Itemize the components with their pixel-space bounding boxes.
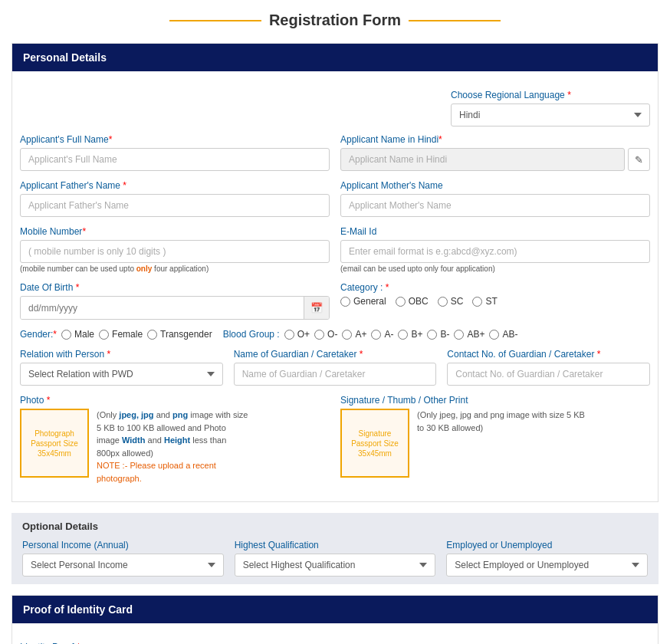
- blood-ab-neg[interactable]: AB-: [489, 329, 517, 340]
- dob-label: Date Of Birth *: [20, 282, 330, 293]
- mobile-label: Mobile Number*: [20, 226, 330, 237]
- gender-male[interactable]: Male: [61, 329, 94, 340]
- signature-label: Signature / Thumb / Other Print: [340, 395, 650, 406]
- blood-b-pos[interactable]: B+: [398, 329, 422, 340]
- category-obc[interactable]: OBC: [396, 296, 429, 307]
- category-general-radio[interactable]: [340, 297, 350, 307]
- blood-group-label: Blood Group :: [223, 329, 280, 340]
- mother-name-col: Applicant Mother's Name: [340, 180, 650, 217]
- gender-transgender-radio[interactable]: [147, 330, 157, 340]
- father-name-label: Applicant Father's Name *: [20, 180, 330, 191]
- name-hindi-col: Applicant Name in Hindi* ✎: [340, 134, 650, 171]
- employed-col: Employed or Unemployed Select Employed o…: [446, 540, 648, 577]
- personal-details-header: Personal Details: [12, 44, 658, 71]
- name-row: Applicant's Full Name* Applicant Name in…: [20, 134, 650, 171]
- mobile-col: Mobile Number* (mobile number can be use…: [20, 226, 330, 273]
- category-col: Category : * General OBC S: [340, 282, 650, 320]
- qualification-col: Highest Qualification Select Highest Qua…: [235, 540, 436, 577]
- full-name-col: Applicant's Full Name*: [20, 134, 330, 171]
- relation-select[interactable]: Select Relation with PWD Self Parent Gua…: [20, 363, 223, 386]
- email-col: E-Mail Id (email can be used upto only f…: [340, 226, 650, 273]
- guardian-name-input[interactable]: [234, 363, 437, 386]
- gender-transgender[interactable]: Transgender: [147, 329, 212, 340]
- regional-language-col: Choose Regional Language * Hindi English…: [451, 90, 650, 127]
- category-sc[interactable]: SC: [438, 296, 464, 307]
- signature-box[interactable]: Signature Passport Size 35x45mm: [340, 409, 409, 478]
- photo-section: Photo * Photograph Passport Size 35x45mm…: [20, 395, 330, 485]
- category-st-radio[interactable]: [472, 297, 482, 307]
- regional-language-row: Choose Regional Language * Hindi English…: [20, 90, 650, 127]
- blood-o-pos[interactable]: O+: [284, 329, 310, 340]
- category-sc-radio[interactable]: [438, 297, 448, 307]
- gender-blood-row: Gender:* Male Female Transgender: [20, 329, 650, 340]
- dob-input-wrap: 📅: [20, 296, 330, 320]
- signature-content: Signature Passport Size 35x45mm (Only jp…: [340, 409, 650, 478]
- category-obc-radio[interactable]: [396, 297, 406, 307]
- guardian-contact-label: Contact No. of Guardian / Caretaker *: [447, 349, 650, 360]
- full-name-label: Applicant's Full Name*: [20, 134, 330, 145]
- category-label: Category : *: [340, 282, 650, 293]
- proof-of-identity-section: Proof of Identity Card Identity Proof * …: [11, 595, 659, 644]
- photo-box[interactable]: Photograph Passport Size 35x45mm: [20, 409, 89, 478]
- contact-row: Mobile Number* (mobile number can be use…: [20, 226, 650, 273]
- blood-o-neg[interactable]: O-: [314, 329, 337, 340]
- blood-group-section: Blood Group : O+ O- A+ A- B+ B- AB+ AB-: [223, 329, 650, 340]
- name-hindi-edit-button[interactable]: ✎: [628, 148, 650, 171]
- dob-input[interactable]: [21, 297, 304, 319]
- dob-col: Date Of Birth * 📅: [20, 282, 330, 320]
- employed-label: Employed or Unemployed: [446, 540, 648, 550]
- photo-label: Photo *: [20, 395, 330, 406]
- guardian-contact-col: Contact No. of Guardian / Caretaker *: [447, 349, 650, 386]
- name-hindi-input[interactable]: [340, 148, 625, 171]
- personal-details-section: Personal Details Choose Regional Languag…: [11, 43, 659, 502]
- gender-female[interactable]: Female: [99, 329, 143, 340]
- dob-category-row: Date Of Birth * 📅 Category : * Gener: [20, 282, 650, 320]
- guardian-name-col: Name of Guardian / Caretaker *: [234, 349, 437, 386]
- qualification-label: Highest Qualification: [235, 540, 436, 550]
- parent-name-row: Applicant Father's Name * Applicant Moth…: [20, 180, 650, 217]
- email-label: E-Mail Id: [340, 226, 650, 237]
- gender-label: Gender:*: [20, 329, 57, 340]
- guardian-row: Relation with Person * Select Relation w…: [20, 349, 650, 386]
- title-line-left: [169, 20, 261, 21]
- gender-male-radio[interactable]: [61, 330, 71, 340]
- mobile-hint: (mobile number can be used upto only fou…: [20, 264, 330, 273]
- page-title: Registration Form: [269, 12, 401, 29]
- father-name-input[interactable]: [20, 194, 330, 217]
- blood-a-pos[interactable]: A+: [342, 329, 366, 340]
- employed-select[interactable]: Select Employed or Unemployed Employed U…: [446, 554, 648, 577]
- mobile-input[interactable]: [20, 240, 330, 263]
- relation-label: Relation with Person *: [20, 349, 223, 360]
- category-options: General OBC SC ST: [340, 296, 650, 307]
- personal-income-label: Personal Income (Annual): [22, 540, 224, 550]
- email-hint: (email can be used upto only four applic…: [340, 264, 650, 273]
- photo-sig-row: Photo * Photograph Passport Size 35x45mm…: [20, 395, 650, 485]
- calendar-icon[interactable]: 📅: [304, 297, 329, 319]
- blood-a-neg[interactable]: A-: [371, 329, 393, 340]
- blood-ab-pos[interactable]: AB+: [454, 329, 484, 340]
- optional-details-row: Personal Income (Annual) Select Personal…: [22, 540, 648, 577]
- gender-female-radio[interactable]: [99, 330, 109, 340]
- full-name-input[interactable]: [20, 148, 330, 171]
- personal-income-select[interactable]: Select Personal Income Below 50,000 50,0…: [22, 554, 224, 577]
- mother-name-label: Applicant Mother's Name: [340, 180, 650, 191]
- page-title-container: Registration Form: [11, 12, 659, 29]
- signature-section: Signature / Thumb / Other Print Signatur…: [340, 395, 650, 485]
- optional-details-header: Optional Details: [22, 521, 648, 532]
- proof-inner: Identity Proof * Select Identity Proof A…: [12, 634, 658, 644]
- title-line-right: [409, 20, 501, 21]
- relation-col: Relation with Person * Select Relation w…: [20, 349, 223, 386]
- guardian-contact-input[interactable]: [447, 363, 650, 386]
- category-general[interactable]: General: [340, 296, 386, 307]
- proof-of-identity-header: Proof of Identity Card: [12, 596, 658, 623]
- category-st[interactable]: ST: [472, 296, 497, 307]
- mother-name-input[interactable]: [340, 194, 650, 217]
- photo-info: (Only jpeg, jpg and png image with size …: [97, 409, 250, 485]
- blood-b-neg[interactable]: B-: [427, 329, 449, 340]
- qualification-select[interactable]: Select Highest Qualification No Educatio…: [235, 554, 436, 577]
- gender-section: Gender:* Male Female Transgender: [20, 329, 212, 340]
- email-input[interactable]: [340, 240, 650, 263]
- regional-language-select[interactable]: Hindi English Bengali Gujarati: [451, 104, 650, 127]
- name-hindi-label: Applicant Name in Hindi*: [340, 134, 650, 145]
- signature-info: (Only jpeg, jpg and png image with size …: [417, 409, 586, 434]
